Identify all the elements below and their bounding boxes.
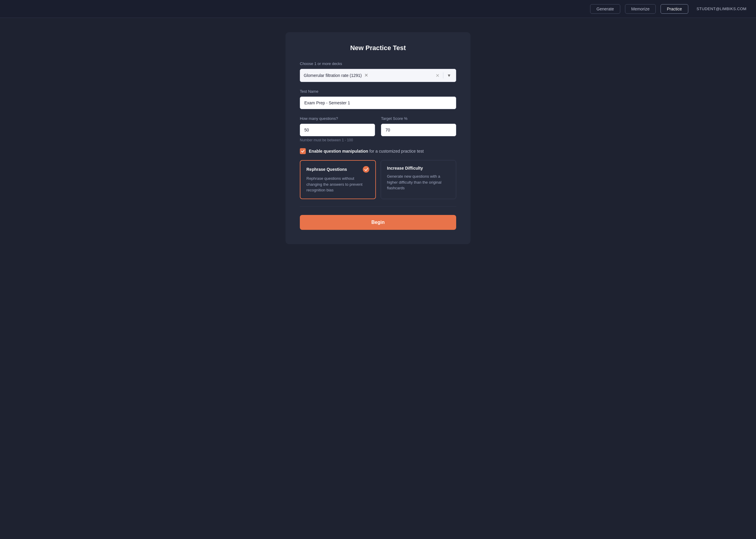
deck-section: Choose 1 or more decks Glomerular filtra… — [300, 61, 456, 82]
deck-tag: Glomerular filtration rate (1291) ✕ — [304, 73, 432, 78]
option-card-rephrase-title-row: Rephrase Questions — [306, 166, 369, 173]
deck-dropdown-button[interactable]: ▼ — [446, 73, 452, 78]
target-score-input[interactable] — [381, 124, 456, 136]
option-card-rephrase[interactable]: Rephrase Questions Rephrase questions wi… — [300, 160, 376, 199]
nav-practice-button[interactable]: Practice — [661, 4, 688, 14]
option-card-difficulty[interactable]: Increase Difficulty Generate new questio… — [381, 160, 456, 199]
practice-test-card: New Practice Test Choose 1 or more decks… — [286, 32, 470, 244]
option-cards-container: Rephrase Questions Rephrase questions wi… — [300, 160, 456, 199]
questions-section: How many questions? — [300, 116, 375, 136]
user-email: STUDENT@LIMBIKS.COM — [697, 7, 746, 11]
test-name-input[interactable] — [300, 97, 456, 109]
manipulation-section: Enable question manipulation for a custo… — [300, 148, 456, 154]
manipulation-label-rest: for a customized practice test — [368, 149, 424, 154]
questions-label: How many questions? — [300, 116, 375, 121]
manipulation-checkbox[interactable] — [300, 148, 306, 154]
nav-generate-button[interactable]: Generate — [590, 4, 620, 14]
option-card-difficulty-desc: Generate new questions with a higher dif… — [387, 174, 450, 191]
option-card-difficulty-title-row: Increase Difficulty — [387, 166, 450, 171]
rephrase-checkmark-svg — [364, 168, 368, 171]
test-name-label: Test Name — [300, 89, 456, 94]
deck-tag-remove-button[interactable]: ✕ — [364, 73, 369, 78]
deck-actions: ✕ ▼ — [434, 72, 452, 78]
manipulation-label-bold: Enable question manipulation — [309, 149, 368, 154]
test-name-section: Test Name — [300, 89, 456, 109]
header: Generate Memorize Practice STUDENT@LIMBI… — [0, 0, 756, 18]
questions-input[interactable] — [300, 124, 375, 136]
begin-button[interactable]: Begin — [300, 215, 456, 230]
deck-label: Choose 1 or more decks — [300, 61, 456, 66]
option-card-rephrase-title-text: Rephrase Questions — [306, 167, 347, 172]
rephrase-check-icon — [363, 166, 369, 173]
option-card-rephrase-desc: Rephrase questions without changing the … — [306, 176, 369, 193]
target-score-label: Target Score % — [381, 116, 456, 121]
questions-score-row: How many questions? Target Score % — [300, 116, 456, 136]
deck-tag-text: Glomerular filtration rate (1291) — [304, 73, 362, 78]
deck-select-container[interactable]: Glomerular filtration rate (1291) ✕ ✕ ▼ — [300, 69, 456, 82]
questions-hint: Number must be between 1 - 100 — [300, 138, 456, 142]
main-content: New Practice Test Choose 1 or more decks… — [0, 18, 756, 259]
checkmark-icon — [301, 149, 305, 153]
deck-divider — [443, 72, 443, 78]
nav-memorize-button[interactable]: Memorize — [625, 4, 656, 14]
manipulation-label: Enable question manipulation for a custo… — [309, 149, 424, 154]
option-card-difficulty-title-text: Increase Difficulty — [387, 166, 423, 171]
target-score-section: Target Score % — [381, 116, 456, 136]
card-title: New Practice Test — [300, 44, 456, 52]
deck-clear-button[interactable]: ✕ — [434, 73, 441, 78]
